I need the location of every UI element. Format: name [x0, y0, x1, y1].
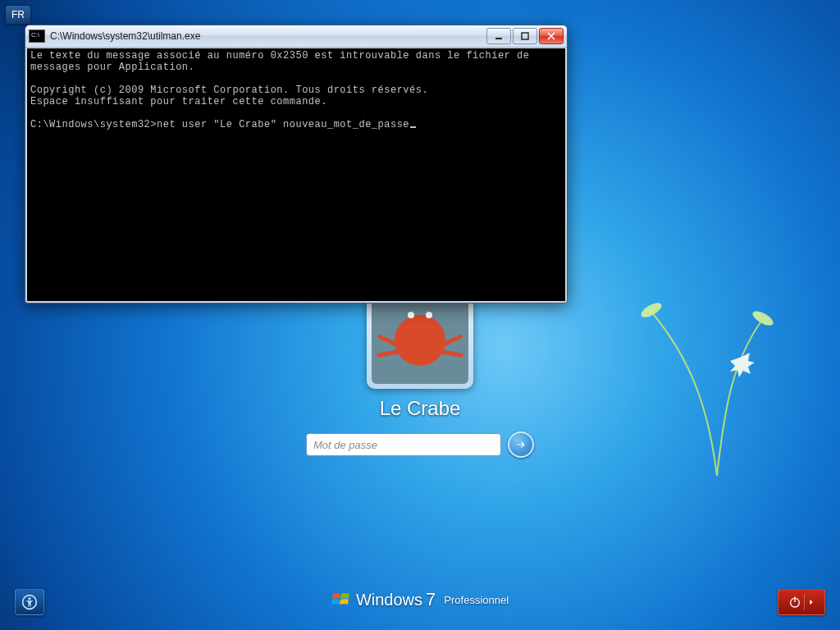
brand-version: 7	[426, 589, 436, 610]
brand-edition: Professionnel	[444, 594, 509, 606]
svg-point-1	[751, 308, 775, 328]
svg-point-3	[28, 597, 30, 600]
cmd-icon: C:\	[29, 30, 45, 43]
minimize-icon	[495, 32, 503, 40]
chevron-right-icon[interactable]	[807, 598, 815, 606]
power-icon	[788, 596, 801, 609]
language-indicator[interactable]: FR	[5, 5, 31, 25]
decorative-plant	[619, 262, 783, 476]
svg-rect-5	[794, 596, 795, 602]
power-menu-divider	[804, 594, 805, 610]
svg-rect-6	[495, 38, 502, 39]
window-titlebar[interactable]: C:\ C:\Windows\system32\utilman.exe	[25, 25, 567, 48]
minimize-button[interactable]	[486, 28, 511, 44]
windows-branding: Windows 7 Professionnel	[331, 589, 509, 610]
submit-login-button[interactable]	[508, 431, 534, 458]
svg-point-0	[639, 300, 664, 320]
close-button[interactable]	[539, 28, 564, 44]
accessibility-icon	[21, 594, 38, 610]
command-prompt-window[interactable]: C:\ C:\Windows\system32\utilman.exe Le t…	[25, 25, 568, 304]
maximize-button[interactable]	[513, 28, 537, 44]
window-title: C:\Windows\system32\utilman.exe	[50, 30, 486, 42]
power-button[interactable]	[778, 589, 825, 615]
ease-of-access-button[interactable]	[15, 589, 44, 615]
login-panel: Le Crabe	[306, 282, 534, 458]
maximize-icon	[521, 32, 529, 40]
user-name-label: Le Crabe	[306, 397, 534, 420]
password-input[interactable]	[306, 433, 501, 456]
brand-product: Windows	[356, 591, 422, 609]
svg-rect-7	[522, 33, 528, 39]
terminal-output[interactable]: Le texte du message associé au numéro 0x…	[25, 48, 567, 303]
windows-logo-icon	[331, 590, 351, 609]
close-icon	[547, 32, 555, 40]
arrow-right-icon	[515, 439, 527, 450]
